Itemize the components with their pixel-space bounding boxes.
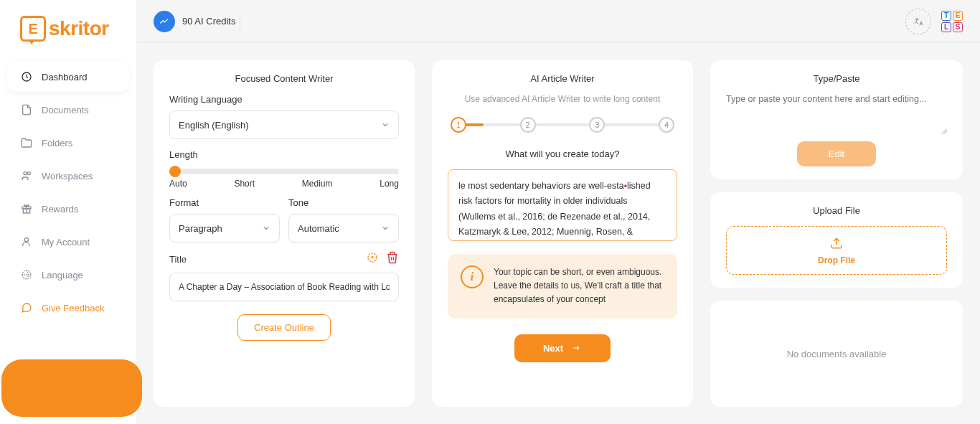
user-icon [20,235,33,248]
svg-point-1 [24,172,27,175]
translate-icon[interactable] [905,9,931,34]
step-2[interactable]: 2 [520,117,536,133]
edit-button[interactable]: Edit [797,141,876,166]
language-icon [20,268,33,281]
step-3[interactable]: 3 [589,117,605,133]
tone-select[interactable]: Automatic [288,214,399,242]
drop-text: Drop File [727,255,946,265]
length-slider[interactable] [169,169,399,174]
gift-icon [20,202,33,215]
card-title: Upload File [726,205,947,216]
format-select[interactable]: Paragraph [169,214,280,242]
upload-card: Upload File Drop File [710,192,963,288]
tip-text: Your topic can be short, or even ambiguo… [494,265,664,307]
step-4[interactable]: 4 [659,117,674,133]
prompt-question: What will you create today? [448,149,677,159]
credits[interactable]: 90 AI Credits [154,11,235,32]
right-column: Type/Paste Edit Upload File Drop File No… [710,60,963,407]
length-label: Length [169,149,399,160]
sidebar-item-label: My Account [42,237,90,248]
credits-text: 90 AI Credits [182,16,235,27]
sidebar: E skritor Dashboard Documents Folders Wo… [0,0,136,424]
apps-grid-icon[interactable]: TELS [941,11,963,32]
sidebar-item-label: Rewards [42,204,78,215]
brand-name: skritor [49,17,109,40]
title-label: Title [169,254,187,265]
main: 90 AI Credits TELS Focused Content Write… [136,0,980,424]
slider-labels: Auto Short Medium Long [169,179,399,189]
sidebar-item-label: Give Feedback [42,303,104,314]
svg-point-5 [24,238,28,242]
arrow-right-icon [570,344,582,352]
tone-label: Tone [288,197,399,208]
bottom-promo[interactable] [1,359,142,417]
sidebar-item-documents[interactable]: Documents [7,95,129,125]
article-writer-card: AI Article Writer Use advanced AI Articl… [432,60,693,407]
dashboard-icon [20,70,33,83]
slider-thumb[interactable] [169,166,181,177]
info-icon: i [461,265,484,288]
focused-writer-card: Focused Content Writer Writing Language … [154,60,415,407]
sidebar-item-account[interactable]: My Account [7,227,129,257]
sidebar-item-label: Dashboard [42,72,88,83]
tip-box: i Your topic can be short, or even ambig… [448,254,677,319]
card-title: Type/Paste [726,73,947,84]
logo-mark-icon: E [20,16,46,42]
trash-icon[interactable] [386,251,399,267]
format-label: Format [169,197,280,208]
card-title: Focused Content Writer [169,73,399,84]
workspace-icon [20,169,33,182]
sidebar-item-language[interactable]: Language [7,260,129,290]
divider [240,11,240,32]
documents-card: No documents available [710,301,963,407]
sidebar-item-label: Folders [42,138,72,149]
regenerate-icon[interactable] [366,251,379,267]
sidebar-item-workspaces[interactable]: Workspaces [7,161,129,191]
no-documents-text: No documents available [787,349,887,359]
upload-icon [829,237,844,250]
prompt-textarea[interactable]: le most sedentary behaviors are well-est… [448,169,677,241]
resize-handle-icon[interactable] [938,126,947,134]
folder-icon [20,136,33,149]
sidebar-item-label: Workspaces [42,171,93,182]
paste-textarea[interactable] [726,94,947,131]
feedback-icon [20,301,33,314]
document-icon [20,103,33,116]
sidebar-item-folders[interactable]: Folders [7,128,129,158]
sidebar-item-dashboard[interactable]: Dashboard [7,62,129,92]
topbar: 90 AI Credits TELS [136,0,980,43]
title-input[interactable] [169,273,399,301]
credits-icon [154,11,175,32]
lang-label: Writing Language [169,94,399,105]
step-1[interactable]: 1 [451,117,466,133]
sidebar-item-feedback[interactable]: Give Feedback [7,293,129,323]
svg-point-2 [27,172,30,175]
language-select[interactable]: English (English) [169,110,399,139]
content: Focused Content Writer Writing Language … [136,43,980,424]
sidebar-item-label: Language [42,270,83,281]
card-subtitle: Use advanced AI Article Writer to write … [448,94,677,104]
logo[interactable]: E skritor [0,0,136,55]
typepaste-card: Type/Paste Edit [710,60,963,179]
sidebar-item-label: Documents [42,105,89,116]
dropzone[interactable]: Drop File [726,226,947,275]
create-outline-button[interactable]: Create Outline [237,314,331,341]
stepper: 1 2 3 4 [448,117,677,133]
sidebar-item-rewards[interactable]: Rewards [7,194,129,224]
card-title: AI Article Writer [448,73,677,84]
next-button[interactable]: Next [514,334,611,362]
